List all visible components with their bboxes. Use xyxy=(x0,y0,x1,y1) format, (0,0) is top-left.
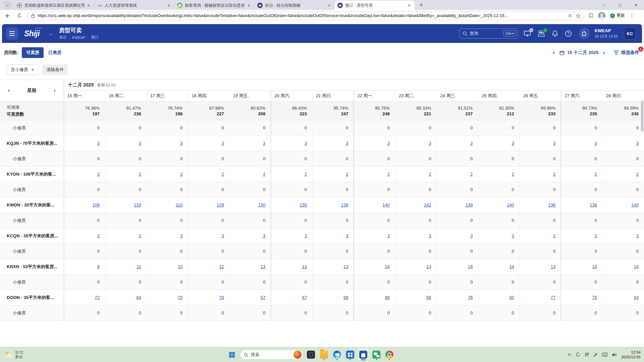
taskbar-app-explorer[interactable] xyxy=(319,348,329,361)
availability-link[interactable]: 2 xyxy=(512,172,514,177)
clear-filters-button[interactable]: 清除条件 xyxy=(42,64,68,75)
availability-link[interactable]: 2 xyxy=(222,172,224,177)
availability-link[interactable]: 138 xyxy=(341,202,348,207)
refresh-icon[interactable] xyxy=(15,11,24,20)
filter-conditions-button[interactable]: 筛选条件 1 xyxy=(614,50,639,56)
availability-link[interactable]: 2 xyxy=(429,172,431,177)
address-bar[interactable]: https://cn1.web.ep.shiji.world/reports/a… xyxy=(28,11,584,20)
taskbar-app-edge[interactable] xyxy=(332,348,342,361)
date-picker[interactable]: 15 十二月 2025 xyxy=(559,50,598,56)
availability-link[interactable]: 2 xyxy=(139,172,141,177)
browser-tab-1[interactable]: 贵阳机场智选假日酒店系统网址导 ✕ xyxy=(14,1,94,10)
browser-tab-2[interactable]: Shiji 人力资源管理系统 ✕ xyxy=(94,1,174,10)
browser-tab-3[interactable]: 旅客查询 - 紫楠旅馆业治安信息管 ✕ xyxy=(174,1,254,10)
availability-link[interactable]: 13 xyxy=(551,264,555,269)
filter-chip-minor-repair[interactable]: 含小修房 ✕ xyxy=(7,64,38,75)
availability-link[interactable]: 140 xyxy=(507,202,514,207)
prev-week-icon[interactable]: ‹ xyxy=(8,87,10,94)
sync-icon[interactable] xyxy=(576,352,580,357)
availability-link[interactable]: 67 xyxy=(302,295,307,300)
tab-close-icon[interactable]: ✕ xyxy=(166,3,171,8)
minimize-button[interactable]: ─ xyxy=(596,0,612,10)
availability-link[interactable]: 2 xyxy=(346,172,348,177)
favorites-bar-icon[interactable] xyxy=(588,13,593,18)
url-text[interactable]: https://cn1.web.ep.shiji.world/reports/a… xyxy=(38,13,564,18)
availability-link[interactable]: 83 xyxy=(634,295,639,300)
touch-keyboard-icon[interactable] xyxy=(602,353,607,357)
tab-close-icon[interactable]: ✕ xyxy=(407,3,412,8)
back-icon[interactable] xyxy=(3,11,12,20)
availability-link[interactable]: 3 xyxy=(346,141,348,146)
availability-link[interactable]: 75 xyxy=(592,295,597,300)
availability-link[interactable]: 72 xyxy=(95,295,100,300)
property-block[interactable]: KWEAP 15 12月 12:53 xyxy=(595,28,618,39)
close-button[interactable]: ✕ xyxy=(628,0,644,10)
availability-link[interactable]: 14 xyxy=(509,264,514,269)
availability-link[interactable]: 3 xyxy=(222,141,224,146)
taskbar-clock[interactable]: 12:54 2025/12/15 xyxy=(621,350,641,359)
availability-link[interactable]: 3 xyxy=(512,233,514,238)
availability-link[interactable]: 136 xyxy=(548,202,556,207)
availability-link[interactable]: 142 xyxy=(424,202,431,207)
workstation-icon[interactable]: ✕ xyxy=(524,30,531,37)
hamburger-menu-icon[interactable] xyxy=(6,27,18,40)
availability-link[interactable]: 3 xyxy=(387,233,390,238)
taskbar-app-store[interactable] xyxy=(345,348,355,361)
availability-link[interactable]: 3 xyxy=(636,141,639,146)
availability-link[interactable]: 3 xyxy=(429,233,431,238)
availability-link[interactable]: 2 xyxy=(470,172,473,177)
availability-link[interactable]: 70 xyxy=(178,295,182,300)
availability-link[interactable]: 110 xyxy=(175,202,182,207)
browser-tab-active[interactable]: 预订 - 房型可卖 ✕ xyxy=(335,1,415,10)
tab-close-icon[interactable]: ✕ xyxy=(326,3,332,8)
availability-link[interactable]: 3 xyxy=(139,233,141,238)
availability-link[interactable]: 3 xyxy=(429,141,431,146)
availability-link[interactable]: 3 xyxy=(305,233,307,238)
cashier-icon[interactable]: ✓ xyxy=(538,30,545,37)
availability-link[interactable]: 13 xyxy=(261,264,265,269)
availability-link[interactable]: 3 xyxy=(139,141,141,146)
availability-link[interactable]: 133 xyxy=(134,202,141,207)
home-icon[interactable] xyxy=(579,28,590,39)
sellable-rooms-toggle[interactable]: 可卖房 xyxy=(22,47,44,58)
browser-update-button[interactable]: ↻ 更新 xyxy=(610,13,625,18)
availability-link[interactable]: 3 xyxy=(263,141,265,146)
availability-link[interactable]: 3 xyxy=(263,233,265,238)
availability-link[interactable]: 3 xyxy=(512,141,514,146)
breadcrumb-item[interactable]: 预订 xyxy=(91,35,99,40)
availability-link[interactable]: 13 xyxy=(302,264,307,269)
availability-link[interactable]: 3 xyxy=(387,141,390,146)
availability-link[interactable]: 86 xyxy=(385,295,390,300)
availability-link[interactable]: 140 xyxy=(382,202,390,207)
availability-link[interactable]: 2 xyxy=(636,172,639,177)
next-week-icon[interactable]: › xyxy=(54,87,55,94)
availability-link[interactable]: 135 xyxy=(300,202,307,207)
availability-link[interactable]: 3 xyxy=(305,141,307,146)
availability-link[interactable]: 3 xyxy=(636,233,639,238)
taskbar-search[interactable]: 搜索 xyxy=(240,350,303,360)
breadcrumb-item[interactable]: KWEAP xyxy=(72,36,86,40)
availability-link[interactable]: 139 xyxy=(465,202,473,207)
favorite-star-icon[interactable] xyxy=(576,13,581,18)
availability-link[interactable]: 130 xyxy=(258,202,266,207)
vertical-scrollbar[interactable] xyxy=(641,101,643,131)
availability-link[interactable]: 3 xyxy=(470,141,473,146)
availability-link[interactable]: 76 xyxy=(468,295,473,300)
availability-link[interactable]: 3 xyxy=(97,233,100,238)
availability-link[interactable]: 14 xyxy=(468,264,473,269)
weather-widget[interactable]: 11°C 多云 xyxy=(4,350,23,359)
availability-link[interactable]: 3 xyxy=(595,141,597,146)
availability-link[interactable]: 78 xyxy=(219,295,224,300)
availability-link[interactable]: 3 xyxy=(470,233,473,238)
availability-link[interactable]: 2 xyxy=(387,172,390,177)
availability-link[interactable]: 129 xyxy=(217,202,224,207)
page-back-icon[interactable]: ← xyxy=(48,30,54,37)
availability-link[interactable]: 2 xyxy=(180,172,182,177)
availability-link[interactable]: 3 xyxy=(595,233,597,238)
availability-link[interactable]: 50 xyxy=(509,295,514,300)
availability-link[interactable]: 140 xyxy=(631,202,639,207)
maximize-button[interactable]: ▢ xyxy=(612,0,628,10)
notifications-bell-icon[interactable] xyxy=(552,30,558,37)
availability-link[interactable]: 84 xyxy=(136,295,141,300)
availability-link[interactable]: 3 xyxy=(180,141,182,146)
